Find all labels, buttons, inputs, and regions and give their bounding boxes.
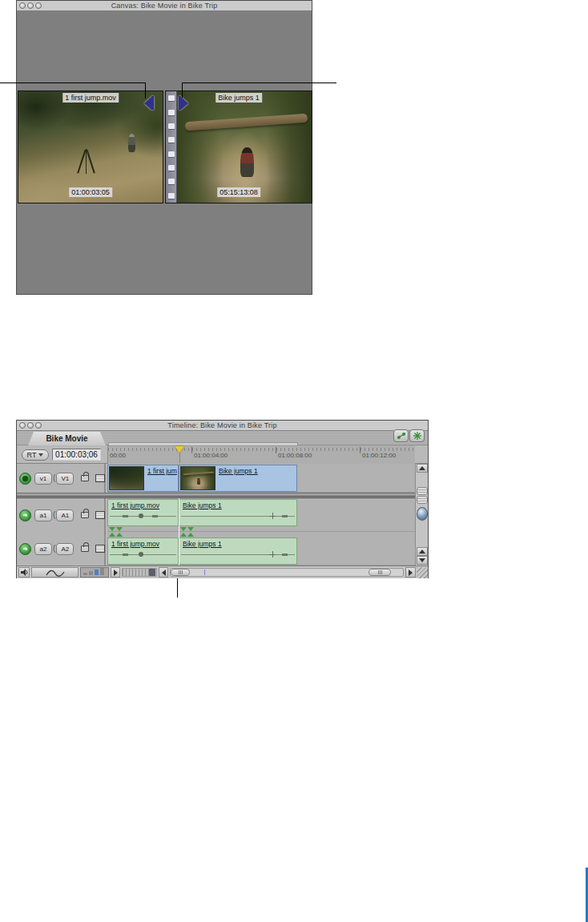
callout-line-out-point bbox=[0, 83, 145, 83]
filmstrip-edge bbox=[166, 91, 177, 203]
scroll-down-button[interactable] bbox=[417, 556, 428, 565]
track-audible-icon[interactable] bbox=[19, 543, 31, 555]
dest-track-a1[interactable]: A1 bbox=[56, 509, 74, 521]
patch-panel-v1: v1 ( V1 bbox=[34, 473, 74, 485]
callout-line-in-point-drop bbox=[182, 83, 183, 98]
fallen-log bbox=[185, 114, 308, 131]
patch-connector: ( bbox=[53, 545, 55, 553]
biker bbox=[240, 147, 254, 178]
level-keyframe bbox=[139, 552, 143, 557]
lock-track-icon[interactable] bbox=[81, 475, 89, 481]
video-audio-divider[interactable] bbox=[17, 493, 415, 498]
clip-overlays-button[interactable] bbox=[409, 429, 425, 442]
callout-line-out-point-drop bbox=[145, 83, 146, 99]
zoom-slider-thumb[interactable] bbox=[149, 569, 155, 576]
timeline-ruler[interactable]: 00:00 01:00:04:00 01:00:08:00 01:00:12:0… bbox=[107, 445, 415, 464]
ruler-tick bbox=[276, 447, 276, 453]
clip-thumbnail bbox=[180, 466, 215, 490]
chevron-down-icon bbox=[38, 453, 43, 457]
level-keyframe bbox=[269, 513, 276, 519]
ruler-tick bbox=[360, 447, 360, 453]
scroll-left-button[interactable] bbox=[159, 567, 168, 578]
in-point-icon bbox=[179, 96, 188, 110]
scrollbar-left-thumb[interactable] bbox=[171, 569, 190, 576]
audio-clip-2[interactable]: Bike jumps 1 bbox=[179, 499, 297, 526]
canvas-titlebar: Canvas: Bike Movie in Bike Trip bbox=[17, 1, 312, 11]
timeline-bottom-bar bbox=[17, 566, 428, 578]
track-area-splitter[interactable] bbox=[417, 487, 428, 495]
lock-track-icon[interactable] bbox=[81, 512, 89, 518]
resize-grip-icon[interactable] bbox=[417, 567, 428, 578]
zoom-slider[interactable] bbox=[122, 568, 157, 577]
source-patch-a2[interactable]: a2 bbox=[34, 543, 52, 555]
audio-level-line[interactable] bbox=[181, 554, 295, 555]
vertical-scrollbar[interactable] bbox=[415, 464, 428, 566]
scroll-up-button[interactable] bbox=[417, 464, 428, 473]
waveform-mark bbox=[152, 515, 158, 517]
scrollbar-right-thumb[interactable] bbox=[369, 569, 391, 576]
waveform-mark bbox=[282, 515, 288, 517]
auto-select-icon[interactable] bbox=[95, 511, 105, 519]
dest-track-v1[interactable]: V1 bbox=[56, 473, 74, 485]
audio-level-line[interactable] bbox=[181, 516, 295, 517]
scroll-up-button[interactable] bbox=[417, 547, 428, 556]
track-visibility-icon[interactable] bbox=[19, 473, 31, 485]
lock-track-icon[interactable] bbox=[81, 546, 89, 552]
clip-keyframes-toggle[interactable] bbox=[31, 567, 79, 578]
track-head-v1: v1 ( V1 bbox=[17, 464, 106, 493]
timeline-window-title: Timeline: Bike Movie in Bike Trip bbox=[17, 421, 428, 429]
playhead-stem bbox=[179, 453, 180, 463]
audio-clip-3[interactable]: 1 first jump.mov bbox=[107, 537, 179, 565]
outgoing-clip-frame: 1 first jump.mov 01:00:03:05 bbox=[18, 91, 163, 203]
stereo-pair-icon bbox=[187, 527, 194, 531]
audio-mute-button[interactable] bbox=[18, 567, 30, 578]
audio-track-a2: 1 first jump.mov Bike jumps 1 bbox=[107, 532, 415, 566]
expand-right-button[interactable] bbox=[111, 567, 120, 578]
source-patch-a1[interactable]: a1 bbox=[34, 509, 52, 521]
track-height-control[interactable] bbox=[80, 567, 109, 578]
level-keyframe bbox=[269, 551, 276, 558]
ruler-label: 01:00:12:00 bbox=[362, 452, 396, 459]
playhead[interactable] bbox=[175, 446, 184, 453]
track-head-a1: a1 ( A1 bbox=[17, 498, 106, 532]
stereo-pair-icon bbox=[116, 527, 123, 531]
track-audible-icon[interactable] bbox=[19, 509, 31, 521]
source-patch-v1[interactable]: v1 bbox=[34, 473, 52, 485]
auto-select-icon[interactable] bbox=[95, 474, 105, 482]
patch-panel-a2: a2 ( A2 bbox=[34, 543, 74, 555]
patch-connector: ( bbox=[53, 474, 55, 482]
patch-panel-a1: a1 ( A1 bbox=[34, 509, 74, 521]
audio-track-a1: 1 first jump.mov Bike jumps 1 bbox=[107, 498, 415, 532]
scroll-right-button[interactable] bbox=[405, 567, 416, 578]
tripod bbox=[79, 149, 92, 174]
outgoing-clip-timecode: 01:00:03:05 bbox=[69, 187, 112, 197]
ruler-tick bbox=[191, 447, 192, 453]
rt-popup-button[interactable]: RT bbox=[22, 449, 49, 461]
tab-bike-movie[interactable]: Bike Movie bbox=[28, 432, 106, 445]
biker bbox=[128, 134, 135, 153]
current-timecode-field[interactable]: 01:00:03;06 bbox=[52, 449, 101, 461]
video-clip-2[interactable]: Bike jumps 1 bbox=[179, 465, 297, 492]
video-clip-1[interactable]: 1 first jum bbox=[107, 465, 179, 492]
horizontal-scrollbar[interactable] bbox=[170, 568, 404, 577]
stereo-pair-icon bbox=[187, 533, 194, 537]
dest-track-a2[interactable]: A2 bbox=[56, 543, 74, 555]
clip-name: Bike jumps 1 bbox=[183, 501, 222, 509]
clip-name: 1 first jump.mov bbox=[111, 540, 159, 548]
audio-clip-4[interactable]: Bike jumps 1 bbox=[179, 537, 297, 565]
clip-name: 1 first jump.mov bbox=[111, 501, 159, 509]
incoming-clip-timecode: 05:15:13:08 bbox=[217, 187, 260, 197]
scroll-thumb[interactable] bbox=[417, 507, 428, 521]
scrollbar-marker bbox=[204, 570, 205, 575]
waveform-mark bbox=[282, 554, 288, 556]
canvas-window-title: Canvas: Bike Movie in Bike Trip bbox=[17, 2, 312, 10]
stereo-pair-icon bbox=[180, 527, 187, 531]
audio-clip-1[interactable]: 1 first jump.mov bbox=[107, 499, 179, 526]
clip-keyframes-button[interactable] bbox=[393, 429, 409, 442]
clip-name: 1 first jum bbox=[147, 467, 177, 475]
timeline-window: Timeline: Bike Movie in Bike Trip Bike M… bbox=[16, 420, 429, 578]
auto-select-icon[interactable] bbox=[95, 545, 105, 553]
track-area-splitter[interactable] bbox=[417, 496, 428, 504]
stereo-pair-icon bbox=[109, 527, 115, 531]
stereo-pair-icon bbox=[116, 533, 123, 537]
